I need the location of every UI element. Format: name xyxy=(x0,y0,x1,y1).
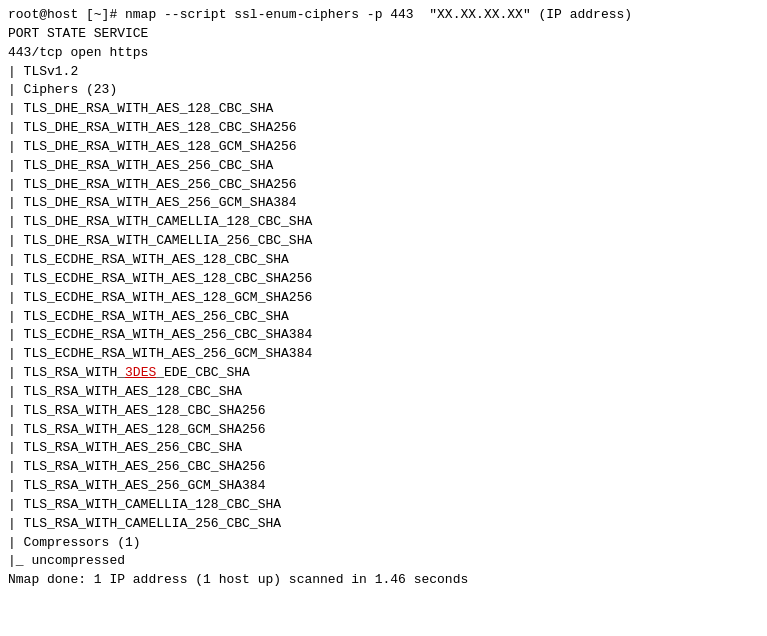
cipher-line-23: | TLS_RSA_WITH_CAMELLIA_256_CBC_SHA xyxy=(8,515,759,534)
tls-version-line: | TLSv1.2 xyxy=(8,63,759,82)
cipher-line-7: | TLS_DHE_RSA_WITH_CAMELLIA_128_CBC_SHA xyxy=(8,213,759,232)
cipher-line-3des: | TLS_RSA_WITH_3DES_EDE_CBC_SHA xyxy=(8,364,759,383)
compressors-line: | Compressors (1) xyxy=(8,534,759,553)
cipher-line-13: | TLS_ECDHE_RSA_WITH_AES_256_CBC_SHA384 xyxy=(8,326,759,345)
cipher-line-10: | TLS_ECDHE_RSA_WITH_AES_128_CBC_SHA256 xyxy=(8,270,759,289)
cipher-line-11: | TLS_ECDHE_RSA_WITH_AES_128_GCM_SHA256 xyxy=(8,289,759,308)
cipher-line-5: | TLS_DHE_RSA_WITH_AES_256_CBC_SHA256 xyxy=(8,176,759,195)
cipher-line-2: | TLS_DHE_RSA_WITH_AES_128_CBC_SHA256 xyxy=(8,119,759,138)
cipher-line-12: | TLS_ECDHE_RSA_WITH_AES_256_CBC_SHA xyxy=(8,308,759,327)
cipher-line-21: | TLS_RSA_WITH_AES_256_GCM_SHA384 xyxy=(8,477,759,496)
uncompressed-line: |_ uncompressed xyxy=(8,552,759,571)
terminal-window: root@host [~]# nmap --script ssl-enum-ci… xyxy=(0,0,767,636)
cipher-line-17: | TLS_RSA_WITH_AES_128_CBC_SHA256 xyxy=(8,402,759,421)
nmap-done-line: Nmap done: 1 IP address (1 host up) scan… xyxy=(8,571,759,590)
cipher-3des-highlight: 3DES xyxy=(125,365,156,380)
ciphers-header: | Ciphers (23) xyxy=(8,81,759,100)
cipher-line-22: | TLS_RSA_WITH_CAMELLIA_128_CBC_SHA xyxy=(8,496,759,515)
command-line: root@host [~]# nmap --script ssl-enum-ci… xyxy=(8,6,759,25)
port-info: 443/tcp open https xyxy=(8,44,759,63)
cipher-line-20: | TLS_RSA_WITH_AES_256_CBC_SHA256 xyxy=(8,458,759,477)
port-state-header: PORT STATE SERVICE xyxy=(8,25,759,44)
cipher-line-14: | TLS_ECDHE_RSA_WITH_AES_256_GCM_SHA384 xyxy=(8,345,759,364)
cipher-line-9: | TLS_ECDHE_RSA_WITH_AES_128_CBC_SHA xyxy=(8,251,759,270)
cipher-line-4: | TLS_DHE_RSA_WITH_AES_256_CBC_SHA xyxy=(8,157,759,176)
cipher-line-8: | TLS_DHE_RSA_WITH_CAMELLIA_256_CBC_SHA xyxy=(8,232,759,251)
cipher-line-6: | TLS_DHE_RSA_WITH_AES_256_GCM_SHA384 xyxy=(8,194,759,213)
cipher-line-16: | TLS_RSA_WITH_AES_128_CBC_SHA xyxy=(8,383,759,402)
cipher-line-18: | TLS_RSA_WITH_AES_128_GCM_SHA256 xyxy=(8,421,759,440)
cipher-3des-pre: | TLS_RSA_WITH_ xyxy=(8,365,125,380)
cipher-line-1: | TLS_DHE_RSA_WITH_AES_128_CBC_SHA xyxy=(8,100,759,119)
cipher-line-3: | TLS_DHE_RSA_WITH_AES_128_GCM_SHA256 xyxy=(8,138,759,157)
cipher-3des-post: _EDE_CBC_SHA xyxy=(156,365,250,380)
cipher-line-19: | TLS_RSA_WITH_AES_256_CBC_SHA xyxy=(8,439,759,458)
